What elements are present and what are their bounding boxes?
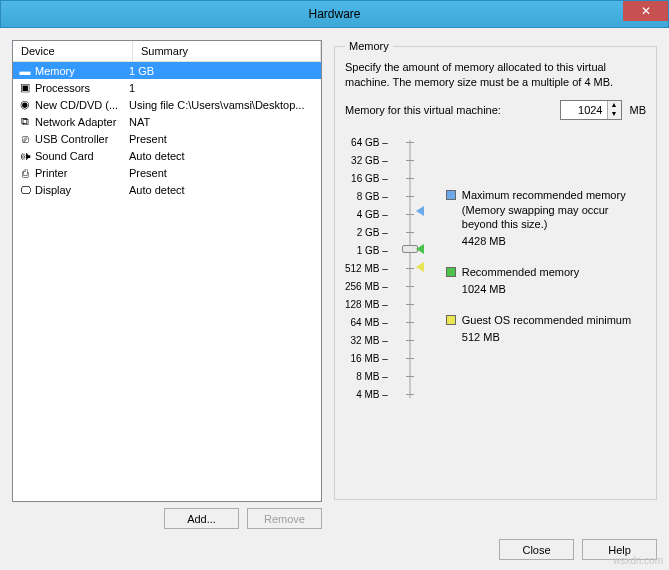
swatch-rec-icon — [446, 267, 456, 277]
col-summary[interactable]: Summary — [133, 41, 321, 61]
tick-label: 64 GB – — [351, 134, 388, 152]
device-name: Processors — [35, 82, 129, 94]
legend-item-min: Guest OS recommended minimum 512 MB — [446, 313, 646, 345]
device-summary: Present — [129, 167, 317, 179]
legend-item-max: Maximum recommended memory (Memory swapp… — [446, 188, 646, 249]
swatch-max-icon — [446, 190, 456, 200]
memory-tick-labels: 64 GB –32 GB –16 GB –8 GB –4 GB –2 GB –1… — [345, 134, 388, 404]
device-summary: Using file C:\Users\vamsi\Desktop... — [129, 99, 317, 111]
tick-label: 64 MB – — [351, 314, 388, 332]
marker-min-icon — [416, 262, 424, 272]
tick-label: 8 MB – — [356, 368, 388, 386]
tick-label: 16 GB – — [351, 170, 388, 188]
device-name: USB Controller — [35, 133, 129, 145]
col-device[interactable]: Device — [13, 41, 133, 61]
add-button[interactable]: Add... — [164, 508, 239, 529]
tick-label: 8 GB – — [357, 188, 388, 206]
close-button[interactable]: Close — [499, 539, 574, 560]
device-row[interactable]: ⧉Network AdapterNAT — [13, 113, 321, 130]
tick-label: 256 MB – — [345, 278, 388, 296]
device-name: New CD/DVD (... — [35, 99, 129, 111]
tick-label: 4 GB – — [357, 206, 388, 224]
watermark: wsxdn.com — [613, 555, 663, 566]
memory-label: Memory for this virtual machine: — [345, 104, 552, 116]
device-row[interactable]: ▣Processors1 — [13, 79, 321, 96]
device-name: Network Adapter — [35, 116, 129, 128]
device-row[interactable]: 🕪Sound CardAuto detect — [13, 147, 321, 164]
tick-label: 128 MB – — [345, 296, 388, 314]
printer-icon: ⎙ — [17, 165, 33, 181]
tick-label: 1 GB – — [357, 242, 388, 260]
network-icon: ⧉ — [17, 114, 33, 130]
marker-rec-icon — [416, 244, 424, 254]
marker-max-icon — [416, 206, 424, 216]
usb-icon: ⎚ — [17, 131, 33, 147]
tick-label: 4 MB – — [356, 386, 388, 404]
device-name: Memory — [35, 65, 129, 77]
device-summary: NAT — [129, 116, 317, 128]
tick-label: 32 MB – — [351, 332, 388, 350]
spin-up-icon[interactable]: ▲ — [608, 101, 621, 110]
tick-label: 32 GB – — [351, 152, 388, 170]
memory-spinner[interactable]: ▲ ▼ — [560, 100, 622, 120]
device-row[interactable]: ◉New CD/DVD (...Using file C:\Users\vams… — [13, 96, 321, 113]
legend-item-rec: Recommended memory 1024 MB — [446, 265, 646, 297]
tick-label: 16 MB – — [351, 350, 388, 368]
window-close-button[interactable]: ✕ — [623, 1, 668, 21]
swatch-min-icon — [446, 315, 456, 325]
device-row[interactable]: ⎙PrinterPresent — [13, 164, 321, 181]
device-name: Sound Card — [35, 150, 129, 162]
device-list-header: Device Summary — [13, 41, 321, 62]
memory-slider[interactable] — [398, 134, 422, 404]
memory-legend: Memory — [345, 40, 393, 52]
device-name: Printer — [35, 167, 129, 179]
spin-down-icon[interactable]: ▼ — [608, 110, 621, 119]
device-row[interactable]: ▬Memory1 GB — [13, 62, 321, 79]
memory-unit: MB — [630, 104, 647, 116]
device-summary: Present — [129, 133, 317, 145]
tick-label: 512 MB – — [345, 260, 388, 278]
sound-icon: 🕪 — [17, 148, 33, 164]
close-icon: ✕ — [641, 4, 651, 18]
memory-description: Specify the amount of memory allocated t… — [345, 60, 646, 90]
device-summary: Auto detect — [129, 184, 317, 196]
window-title: Hardware — [308, 7, 360, 21]
tick-label: 2 GB – — [357, 224, 388, 242]
memory-group: Memory Specify the amount of memory allo… — [334, 40, 657, 500]
device-list[interactable]: Device Summary ▬Memory1 GB▣Processors1◉N… — [12, 40, 322, 502]
cd-icon: ◉ — [17, 97, 33, 113]
device-name: Display — [35, 184, 129, 196]
device-row[interactable]: 🖵DisplayAuto detect — [13, 181, 321, 198]
display-icon: 🖵 — [17, 182, 33, 198]
device-summary: 1 — [129, 82, 317, 94]
memory-icon: ▬ — [17, 63, 33, 79]
remove-button[interactable]: Remove — [247, 508, 322, 529]
device-summary: Auto detect — [129, 150, 317, 162]
device-row[interactable]: ⎚USB ControllerPresent — [13, 130, 321, 147]
device-summary: 1 GB — [129, 65, 317, 77]
memory-input[interactable] — [561, 102, 607, 118]
cpu-icon: ▣ — [17, 80, 33, 96]
